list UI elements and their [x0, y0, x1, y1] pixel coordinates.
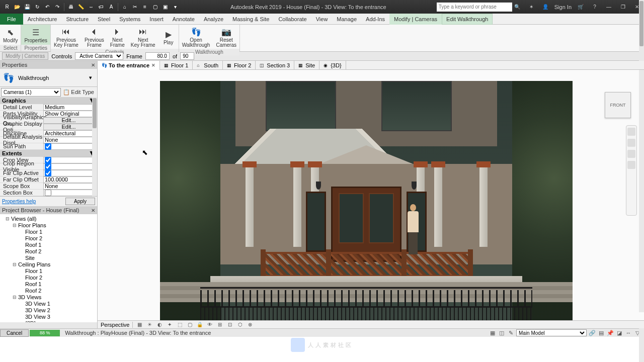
ribbon-tab-annotate[interactable]: Annotate [168, 14, 199, 25]
file-tab[interactable]: File [0, 14, 23, 25]
tree-node[interactable]: Roof 1 [1, 281, 96, 287]
prop-group-extents[interactable]: Extents⯆ [0, 150, 97, 157]
next-frame-button[interactable]: ⏵Next Frame [107, 25, 128, 49]
active-camera-select[interactable]: Active Camera [75, 52, 123, 60]
ribbon-tab-architecture[interactable]: Architecture [23, 14, 62, 25]
user-icon[interactable]: 👤 [541, 3, 550, 12]
properties-button[interactable]: ☰ Properties [21, 25, 50, 45]
worksets-icon[interactable]: ▦ [489, 330, 496, 336]
prop-value[interactable] [43, 157, 94, 163]
edit-type-button[interactable]: 📋Edit Type [61, 89, 96, 96]
ribbon-tab-steel[interactable]: Steel [93, 14, 115, 25]
viewcube[interactable]: FRONT [605, 92, 631, 118]
sync-icon[interactable]: ↻ [33, 3, 42, 12]
tree-node[interactable]: ⊟Ceiling Plans [1, 261, 96, 267]
exchange-icon[interactable]: 🛒 [576, 3, 585, 12]
reset-cameras-button[interactable]: 📷Reset Cameras [213, 25, 239, 49]
reveal-icon[interactable]: ⊞ [216, 321, 223, 328]
cancel-button[interactable]: Cancel [0, 329, 29, 337]
type-selector[interactable]: 👣 Walkthrough ▾ [0, 69, 97, 87]
prev-frame-button[interactable]: ⏴Previous Frame [82, 25, 107, 49]
tree-node[interactable]: ⊟3D Views [1, 294, 96, 300]
shadows-icon[interactable]: ◐ [156, 321, 163, 328]
modify-button[interactable]: ⬉ Modify [0, 25, 21, 45]
switch-windows-icon[interactable]: ▣ [160, 3, 170, 12]
close-properties-icon[interactable]: ✕ [91, 62, 95, 68]
tree-node[interactable]: 3D View 1 [1, 300, 96, 307]
frame-total-input[interactable] [180, 52, 194, 60]
view-tab[interactable]: ◫Section 3 [256, 61, 294, 70]
search-icon[interactable]: 🔍 [513, 3, 522, 12]
tree-node[interactable]: 3D View 2 [1, 307, 96, 313]
projection-mode[interactable]: Perspective [101, 322, 129, 328]
open-icon[interactable]: 📂 [13, 3, 22, 12]
tree-node[interactable]: Floor 2 [1, 235, 96, 241]
tree-node[interactable]: Floor 2 [1, 274, 96, 281]
tree-node[interactable]: Roof 2 [1, 287, 96, 294]
worksharing-icon[interactable]: ⊡ [226, 321, 233, 328]
play-button[interactable]: ▶Play [158, 25, 179, 49]
ribbon-tab-insert[interactable]: Insert [145, 14, 168, 25]
orbit-icon[interactable] [627, 161, 635, 169]
tree-expander-icon[interactable]: ⊟ [12, 223, 17, 228]
navigation-bar[interactable] [626, 125, 637, 216]
save-icon[interactable]: 💾 [23, 3, 32, 12]
ribbon-tab-structure[interactable]: Structure [61, 14, 93, 25]
revit-logo-icon[interactable]: R [3, 3, 12, 12]
apply-button[interactable]: Apply [65, 198, 95, 205]
type-dropdown-icon[interactable]: ▾ [89, 74, 95, 81]
ribbon-tab-analyze[interactable]: Analyze [199, 14, 228, 25]
steering-wheel-icon[interactable] [627, 128, 635, 136]
tree-node[interactable]: Floor 1 [1, 228, 96, 235]
prop-value[interactable]: Medium [43, 104, 94, 111]
ribbon-tab-systems[interactable]: Systems [115, 14, 145, 25]
close-hidden-icon[interactable]: ▢ [150, 3, 159, 12]
open-walkthrough-button[interactable]: 👣Open Walkthrough [179, 25, 213, 49]
redo-icon[interactable]: ↷ [53, 3, 62, 12]
thin-lines-icon[interactable]: ≡ [140, 3, 149, 12]
main-model-select[interactable]: Main Model [516, 329, 587, 336]
restore-icon[interactable]: ❐ [618, 3, 627, 12]
prev-keyframe-button[interactable]: ⏮Previous Key Frame [51, 25, 82, 49]
undo-icon[interactable]: ↶ [43, 3, 52, 12]
select-pinned-icon[interactable]: 📌 [607, 330, 614, 336]
tree-expander-icon[interactable]: ⊟ [5, 216, 10, 221]
prop-value[interactable]: Show Original [43, 111, 94, 117]
tree-expander-icon[interactable]: ⊟ [12, 295, 17, 300]
help-search-input[interactable] [437, 3, 512, 12]
prop-value[interactable]: None [43, 137, 94, 143]
crop-visible-icon[interactable]: ▢ [186, 321, 193, 328]
crop-icon[interactable]: ⬚ [176, 321, 183, 328]
dimension-icon[interactable]: ↔ [87, 3, 96, 12]
sun-path-icon[interactable]: ☀ [146, 321, 153, 328]
drag-icon[interactable]: ↔ [625, 330, 632, 336]
view-tab[interactable]: ▦Site [294, 61, 319, 70]
properties-scrollbar[interactable] [92, 97, 97, 196]
ribbon-tab-manage[interactable]: Manage [332, 14, 361, 25]
prop-value[interactable]: Edit... [43, 117, 94, 124]
tree-expander-icon[interactable]: ⊟ [12, 262, 17, 267]
default-3d-icon[interactable]: ⌂ [120, 3, 129, 12]
drawing-canvas[interactable]: ⬉ FRONT [98, 70, 644, 320]
prop-value[interactable]: Architectural [43, 130, 94, 137]
prop-group-graphics[interactable]: Graphics⯆ [0, 97, 97, 104]
browser-h-scrollbar[interactable] [0, 322, 97, 328]
rendering-icon[interactable]: ✦ [166, 321, 173, 328]
select-face-icon[interactable]: ◪ [616, 330, 623, 336]
help-icon[interactable]: ? [590, 3, 599, 12]
prop-value[interactable] [43, 143, 94, 150]
tree-node[interactable]: 3D View 3 [1, 313, 96, 320]
section-icon[interactable]: ✂ [130, 3, 139, 12]
close-browser-icon[interactable]: ✕ [91, 208, 95, 213]
comm-icon[interactable]: ✶ [527, 3, 536, 12]
editable-only-icon[interactable]: ✎ [507, 330, 514, 336]
prop-value[interactable]: Edit... [43, 124, 94, 130]
filter-select[interactable]: Cameras (1) [1, 88, 61, 97]
view-tab[interactable]: 👣To the entrance✕ [98, 61, 160, 70]
ribbon-tab-view[interactable]: View [311, 14, 333, 25]
tree-node[interactable]: Site [1, 254, 96, 261]
prop-value[interactable]: None [43, 183, 94, 190]
tree-node[interactable]: Roof 2 [1, 248, 96, 254]
next-keyframe-button[interactable]: ⏭Next Key Frame [128, 25, 158, 49]
prop-value[interactable] [43, 190, 94, 196]
